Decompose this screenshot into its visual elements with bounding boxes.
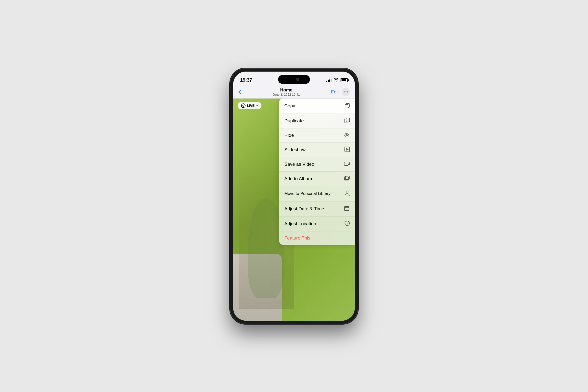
menu-label-adjust-datetime: Adjust Date & Time bbox=[284, 206, 324, 212]
menu-item-duplicate[interactable]: Duplicate bbox=[279, 114, 355, 128]
nav-bar: Home June 3, 2022 15:41 Edit bbox=[233, 86, 355, 98]
menu-item-copy[interactable]: Copy bbox=[279, 98, 355, 114]
edit-button[interactable]: Edit bbox=[331, 90, 339, 95]
live-circle-icon bbox=[241, 104, 246, 108]
svg-rect-12 bbox=[344, 162, 348, 166]
save-video-icon bbox=[344, 161, 350, 168]
menu-label-slideshow: Slideshow bbox=[284, 147, 305, 152]
menu-item-add-album[interactable]: Add to Album bbox=[279, 172, 355, 186]
menu-label-feature-this: Feature This bbox=[284, 235, 310, 241]
menu-label-hide: Hide bbox=[284, 133, 294, 138]
more-button[interactable] bbox=[342, 88, 350, 96]
menu-label-copy: Copy bbox=[284, 103, 295, 108]
adjust-datetime-icon bbox=[344, 206, 350, 212]
nav-title: Home bbox=[273, 88, 300, 93]
battery-icon bbox=[340, 78, 348, 82]
svg-rect-14 bbox=[345, 176, 349, 180]
status-time: 19:37 bbox=[240, 77, 252, 83]
nav-actions: Edit bbox=[331, 88, 350, 96]
svg-rect-5 bbox=[345, 119, 348, 123]
menu-label-personal-library: Move to Personal Library bbox=[284, 191, 330, 196]
signal-bar-3 bbox=[329, 80, 330, 82]
signal-bar-1 bbox=[326, 81, 327, 82]
menu-label-add-album: Add to Album bbox=[284, 176, 312, 182]
camera-dot bbox=[296, 78, 299, 81]
adjust-location-icon bbox=[344, 221, 350, 227]
menu-item-adjust-datetime[interactable]: Adjust Date & Time bbox=[279, 202, 355, 217]
hide-icon bbox=[344, 132, 350, 138]
duplicate-icon bbox=[344, 118, 350, 124]
svg-point-9 bbox=[346, 134, 348, 136]
menu-label-duplicate: Duplicate bbox=[284, 118, 303, 124]
nav-center: Home June 3, 2022 15:41 bbox=[273, 88, 300, 96]
status-icons bbox=[326, 78, 348, 82]
menu-item-hide[interactable]: Hide bbox=[279, 128, 355, 143]
svg-point-2 bbox=[347, 92, 348, 92]
wifi-icon bbox=[334, 78, 339, 82]
signal-bars-icon bbox=[326, 78, 332, 82]
svg-point-1 bbox=[345, 92, 346, 92]
svg-marker-11 bbox=[346, 148, 349, 150]
svg-rect-4 bbox=[345, 104, 348, 108]
nav-subtitle: June 3, 2022 15:41 bbox=[273, 93, 300, 96]
menu-label-save-video: Save as Video bbox=[284, 162, 314, 167]
status-bar: 19:37 bbox=[233, 72, 355, 86]
svg-point-0 bbox=[344, 92, 345, 92]
menu-label-adjust-location: Adjust Location bbox=[284, 221, 316, 226]
svg-rect-18 bbox=[344, 206, 349, 210]
svg-rect-13 bbox=[344, 177, 348, 180]
phone-frame: 19:37 bbox=[230, 69, 358, 324]
dynamic-island bbox=[278, 75, 310, 84]
add-album-icon bbox=[344, 176, 350, 182]
menu-item-personal-library[interactable]: Move to Personal Library bbox=[279, 186, 355, 202]
live-chevron-icon: ∨ bbox=[256, 104, 258, 107]
back-button[interactable] bbox=[238, 89, 242, 95]
context-menu: Copy Duplicate bbox=[279, 98, 355, 245]
copy-icon bbox=[344, 102, 350, 110]
menu-item-save-video[interactable]: Save as Video bbox=[279, 158, 355, 172]
menu-item-slideshow[interactable]: Slideshow bbox=[279, 143, 355, 158]
live-badge[interactable]: LIVE ∨ bbox=[238, 102, 262, 109]
signal-bar-2 bbox=[328, 80, 329, 82]
svg-point-17 bbox=[346, 191, 348, 193]
phone-screen: 19:37 bbox=[233, 72, 355, 321]
slideshow-icon bbox=[344, 146, 350, 153]
signal-bar-4 bbox=[331, 79, 332, 82]
live-label: LIVE bbox=[247, 104, 255, 108]
menu-item-adjust-location[interactable]: Adjust Location bbox=[279, 217, 355, 232]
content-area: LIVE ∨ Copy Du bbox=[233, 98, 355, 321]
menu-item-feature-this[interactable]: Feature This bbox=[279, 232, 355, 245]
personal-library-icon bbox=[344, 190, 350, 197]
